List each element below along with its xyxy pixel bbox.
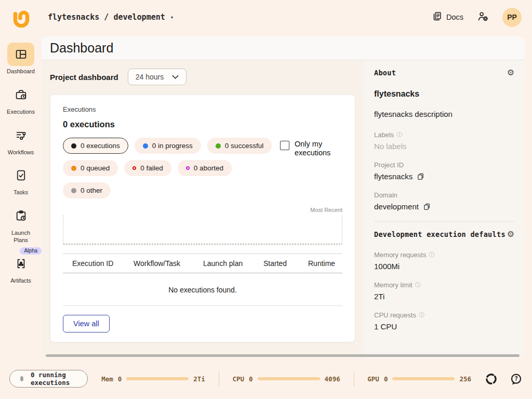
help-icon: ?	[510, 373, 523, 385]
docs-icon	[432, 11, 443, 23]
project-id-value: flytesnacks	[374, 172, 413, 181]
sparkline-baseline	[63, 243, 342, 245]
union-logo	[10, 7, 32, 28]
sidebar-item-label: Launch Plans	[5, 230, 37, 244]
executions-icon	[7, 83, 34, 107]
dashboard-content: Project dashboard 24 hours Executions 0 …	[42, 60, 364, 358]
sidebar-item-workflows[interactable]: Workflows	[1, 124, 41, 156]
docs-button[interactable]: Docs	[432, 11, 463, 23]
executions-table: Execution ID Workflow/Task Launch plan S…	[63, 254, 342, 273]
gpu-meter: GPU 0 256	[367, 375, 471, 383]
gpu-meter-bar	[392, 377, 455, 380]
sidebar-item-label: Workflows	[8, 149, 34, 156]
page-header: Dashboard	[42, 36, 525, 60]
running-executions-pill[interactable]: 0 running executions	[9, 370, 88, 388]
labels-label: Labels	[374, 131, 394, 139]
status-dot	[71, 166, 76, 171]
divider	[219, 371, 219, 387]
divider	[354, 371, 354, 387]
avatar-initials: PP	[507, 13, 517, 21]
executions-count: 0 executions	[63, 119, 342, 129]
user-gear-icon	[477, 10, 489, 24]
divider	[63, 305, 342, 306]
horizontal-scrollbar[interactable]	[46, 354, 520, 357]
filter-chip-in-progress[interactable]: 0 in progress	[135, 138, 201, 154]
card-label: Executions	[63, 105, 342, 113]
col-launch-plan: Launch plan	[203, 259, 263, 268]
copy-icon[interactable]	[417, 172, 424, 180]
status-dot	[143, 143, 148, 149]
workflows-icon	[7, 124, 34, 147]
memory-meter-label: Mem	[101, 375, 113, 383]
execution-defaults-title: Development execution defaults	[374, 230, 506, 238]
running-executions-label: 0 running executions	[31, 371, 77, 387]
sidebar-item-label: Executions	[7, 109, 35, 116]
sidebar-item-label: Artifacts	[10, 277, 31, 285]
memory-meter-max: 2Ti	[193, 375, 205, 383]
user-admin-button[interactable]	[477, 10, 489, 24]
filter-chip-executions[interactable]: 0 executions	[63, 138, 128, 154]
col-workflow-task: Workflow/Task	[134, 259, 203, 268]
memory-requests-label: Memory requests	[374, 251, 426, 259]
time-range-value: 24 hours	[136, 73, 164, 81]
status-dot	[71, 143, 76, 149]
status-dot	[216, 143, 221, 149]
project-name: flytesnacks	[374, 89, 514, 99]
alpha-badge: Alpha	[20, 247, 42, 255]
view-all-button[interactable]: View all	[63, 315, 110, 332]
refresh-button[interactable]	[485, 373, 498, 385]
filter-chip-other[interactable]: 0 other	[63, 182, 111, 198]
gpu-meter-label: GPU	[367, 375, 379, 383]
memory-requests-value: 1000Mi	[374, 262, 514, 271]
project-domain-switcher[interactable]: flytesnacks / development ▾	[48, 12, 174, 22]
status-dot	[20, 376, 23, 381]
cpu-meter-label: CPU	[232, 375, 244, 383]
sidebar-item-dashboard[interactable]: Dashboard	[1, 43, 41, 75]
cpu-requests-label: CPU requests	[374, 311, 416, 319]
docs-label: Docs	[446, 13, 463, 21]
info-icon: ⓘ	[419, 311, 424, 319]
sidebar-item-launch-plans[interactable]: Launch Plans	[1, 204, 41, 244]
sidebar-item-label: Tasks	[14, 189, 28, 196]
sidebar-item-executions[interactable]: Executions	[1, 83, 41, 116]
timeline-label: Most Recent	[63, 207, 342, 213]
defaults-settings-gear-icon[interactable]: ⚙	[507, 230, 514, 238]
topbar: flytesnacks / development ▾ Docs	[0, 0, 532, 34]
divider	[374, 221, 514, 222]
filter-chip-successful[interactable]: 0 successful	[207, 138, 272, 154]
time-range-select[interactable]: 24 hours	[128, 69, 187, 85]
svg-text:?: ?	[514, 375, 518, 382]
filter-chip-queued[interactable]: 0 queued	[63, 160, 118, 176]
execution-filters: 0 executions 0 in progress 0 successful	[63, 138, 280, 198]
filter-chip-failed[interactable]: 0 failed	[124, 160, 171, 176]
project-id-label: Project ID	[374, 161, 404, 169]
sidebar-item-artifacts[interactable]: Alpha Artifacts	[1, 252, 41, 285]
col-runtime: Runtime	[308, 259, 350, 268]
copy-icon[interactable]	[423, 203, 431, 210]
project-settings-gear-icon[interactable]: ⚙	[507, 69, 514, 77]
info-icon: ⓘ	[429, 251, 434, 259]
info-icon: ⓘ	[415, 281, 421, 289]
filter-chip-aborted[interactable]: 0 aborted	[178, 160, 232, 176]
dashboard-icon	[7, 43, 34, 66]
gpu-meter-max: 256	[459, 375, 471, 383]
breadcrumb: flytesnacks / development	[48, 12, 165, 22]
gpu-meter-current: 0	[384, 375, 388, 383]
chevron-down-icon	[172, 75, 179, 79]
memory-limit-label: Memory limit	[374, 281, 413, 289]
info-icon: ⓘ	[396, 131, 402, 139]
empty-state-message: No executions found.	[63, 273, 342, 305]
sidebar-item-tasks[interactable]: Tasks	[1, 164, 41, 196]
section-title: Project dashboard	[50, 73, 118, 82]
help-button[interactable]: ?	[510, 373, 523, 385]
cpu-meter-max: 4096	[325, 375, 340, 383]
avatar[interactable]: PP	[502, 8, 522, 27]
memory-meter-current: 0	[118, 375, 122, 383]
page-title: Dashboard	[50, 41, 113, 56]
artifacts-icon: Alpha	[7, 252, 34, 275]
launch-plans-icon	[7, 204, 34, 228]
only-my-executions-checkbox[interactable]	[280, 141, 289, 150]
executions-card: Executions 0 executions 0 executions 0 i…	[50, 95, 355, 342]
main-panel: Dashboard Project dashboard 24 hours Exe…	[42, 36, 525, 358]
domain-value: development	[374, 202, 419, 211]
